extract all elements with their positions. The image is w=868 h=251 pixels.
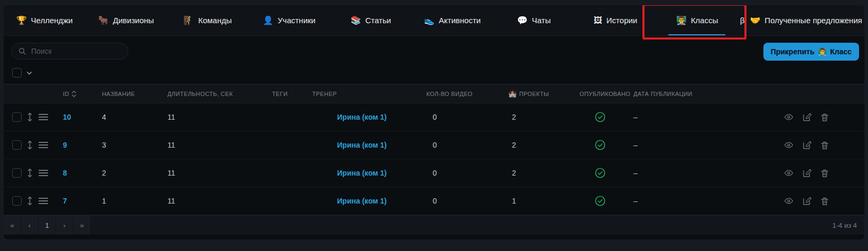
row-checkbox[interactable]: [12, 140, 22, 150]
row-duration: 11: [161, 141, 266, 149]
row-id-link[interactable]: 9: [57, 141, 94, 149]
tab-articles[interactable]: 📚 Статьи: [330, 5, 412, 35]
row-duration: 11: [161, 197, 266, 205]
row-projects: 2: [502, 141, 573, 149]
edit-icon: [802, 168, 812, 178]
pagination-bar: « ‹ 1 › » 1-4 из 4: [4, 215, 864, 235]
tab-label: Активности: [439, 16, 481, 25]
sort-icon[interactable]: [71, 90, 77, 98]
edit-button[interactable]: [802, 112, 812, 122]
row-published: [573, 195, 627, 207]
view-button[interactable]: [783, 168, 794, 178]
row-id-link[interactable]: 10: [57, 113, 94, 121]
move-vertical-icon[interactable]: [26, 112, 33, 122]
delete-button[interactable]: [820, 112, 829, 122]
climber-icon: 🧗: [183, 16, 194, 25]
teacher-icon: 👨‍🏫: [676, 16, 687, 25]
active-tab-underline: [668, 34, 725, 35]
row-checkbox[interactable]: [12, 196, 22, 206]
edit-button[interactable]: [802, 140, 812, 150]
tab-label: Классы: [691, 16, 718, 25]
view-button[interactable]: [783, 140, 794, 150]
edit-icon: [802, 196, 812, 206]
select-all-checkbox[interactable]: [12, 68, 22, 78]
tab-classes[interactable]: 👨‍🏫 Классы: [656, 5, 738, 35]
drag-handle-icon[interactable]: [38, 197, 49, 205]
row-checkbox[interactable]: [12, 112, 22, 122]
column-header-name: НАЗВАНИЕ: [94, 91, 161, 97]
trash-icon: [820, 112, 829, 122]
move-vertical-icon[interactable]: [26, 168, 33, 178]
tab-label: Дивизионы: [113, 16, 154, 25]
move-vertical-icon[interactable]: [26, 196, 33, 206]
column-label: ОПУБЛИКОВАНО: [580, 91, 630, 97]
tab-activities[interactable]: 👟 Активности: [412, 5, 493, 35]
delete-button[interactable]: [820, 168, 829, 178]
row-id-link[interactable]: 7: [57, 197, 94, 205]
row-trainer-link[interactable]: Ирина (ком 1): [305, 197, 419, 205]
row-actions: [733, 112, 864, 122]
view-button[interactable]: [783, 112, 794, 122]
handshake-icon: 🤝: [750, 16, 760, 25]
row-actions: [733, 168, 864, 178]
drag-handle-icon[interactable]: [38, 141, 49, 149]
delete-button[interactable]: [820, 196, 829, 206]
published-check-icon: [594, 167, 606, 179]
first-page-button[interactable]: «: [4, 216, 21, 235]
move-vertical-icon[interactable]: [26, 140, 33, 150]
eye-icon: [783, 168, 794, 178]
table-row: 10 4 11 Ирина (ком 1) 0 2 –: [4, 103, 864, 131]
drag-handle-icon[interactable]: [38, 113, 49, 121]
row-trainer-link[interactable]: Ирина (ком 1): [305, 169, 419, 177]
next-page-button[interactable]: ›: [56, 216, 73, 235]
row-trainer-link[interactable]: Ирина (ком 1): [305, 141, 419, 149]
column-label: КОЛ-ВО ВИДЕО: [426, 91, 473, 97]
tab-participants[interactable]: 👤 Участники: [248, 5, 330, 35]
row-duration: 11: [161, 113, 266, 121]
attach-class-button[interactable]: Прикрепить 👨‍🏫 Класс: [763, 43, 859, 61]
column-label: ДЛИТЕЛЬНОСТЬ, СЕК: [167, 91, 233, 97]
tab-received-offers[interactable]: β 🤝 Полученные предложения: [738, 5, 864, 35]
column-header-published: ОПУБЛИКОВАНО: [573, 91, 627, 97]
trophy-icon: 🏆: [16, 16, 27, 25]
row-videos: 0: [419, 197, 502, 205]
column-label: ДАТА ПУБЛИКАЦИИ: [633, 91, 693, 97]
tab-divisions[interactable]: 🐂 Дивизионы: [85, 5, 166, 35]
row-trainer-link[interactable]: Ирина (ком 1): [305, 113, 419, 121]
delete-button[interactable]: [820, 140, 829, 150]
row-controls: [12, 140, 57, 150]
row-id-link[interactable]: 8: [57, 169, 94, 177]
tab-challenges[interactable]: 🏆 Челленджи: [4, 5, 85, 35]
table-header: ID НАЗВАНИЕ ДЛИТЕЛЬНОСТЬ, СЕК ТЕГИ ТРЕНЕ…: [4, 84, 864, 103]
table-row: 7 1 11 Ирина (ком 1) 0 1 –: [4, 187, 864, 215]
page-number-button[interactable]: 1: [39, 216, 56, 235]
tab-label: Полученные предложения: [764, 16, 862, 25]
prev-page-button[interactable]: ‹: [21, 216, 39, 235]
tab-chats[interactable]: 💬 Чаты: [493, 5, 574, 35]
row-name: 2: [94, 169, 161, 177]
eye-icon: [783, 196, 794, 206]
tab-label: Чаты: [532, 16, 551, 25]
edit-button[interactable]: [802, 196, 812, 206]
tab-stories[interactable]: 🖼 Истории: [575, 5, 656, 35]
classes-panel: 🏆 Челленджи 🐂 Дивизионы 🧗 Команды 👤 Учас…: [4, 5, 864, 239]
chevron-down-icon[interactable]: [26, 70, 33, 76]
row-publish-date: –: [627, 169, 733, 177]
edit-button[interactable]: [802, 168, 812, 178]
row-checkbox[interactable]: [12, 168, 22, 178]
row-projects: 1: [502, 197, 573, 205]
teacher-icon: 👨‍🏫: [818, 47, 827, 56]
tab-bar: 🏆 Челленджи 🐂 Дивизионы 🧗 Команды 👤 Учас…: [4, 5, 864, 36]
search-box[interactable]: [11, 43, 128, 60]
view-button[interactable]: [783, 196, 794, 206]
edit-icon: [802, 140, 812, 150]
last-page-button[interactable]: »: [73, 216, 91, 235]
drag-handle-icon[interactable]: [38, 169, 49, 177]
published-check-icon: [594, 195, 606, 207]
tab-teams[interactable]: 🧗 Команды: [167, 5, 248, 35]
column-header-videos: КОЛ-ВО ВИДЕО: [419, 91, 502, 97]
column-header-id[interactable]: ID: [57, 90, 94, 98]
search-input[interactable]: [31, 47, 122, 55]
row-publish-date: –: [627, 113, 733, 121]
speech-balloon-icon: 💬: [517, 16, 528, 25]
